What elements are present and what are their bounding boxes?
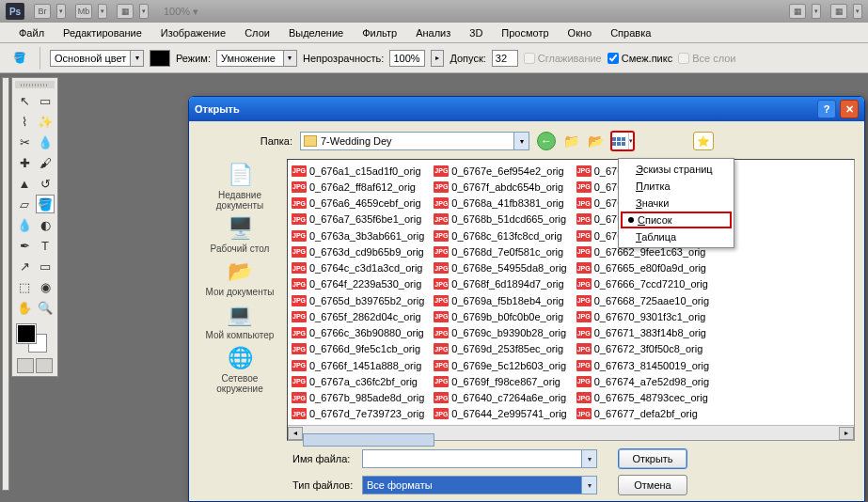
panel-strip[interactable] xyxy=(2,77,9,491)
file-item[interactable]: JPG0_67673_81450019_orig xyxy=(576,357,709,373)
camera-tool[interactable]: ◉ xyxy=(36,277,55,296)
crop-tool[interactable]: ✂ xyxy=(15,133,34,151)
file-item[interactable]: JPG0_6769f_f98ce867_orig xyxy=(434,373,566,389)
brush-tool[interactable]: 🖌 xyxy=(36,153,55,172)
open-button[interactable]: Открыть xyxy=(618,448,687,469)
file-item[interactable]: JPG0_6766c_36b90880_orig xyxy=(292,325,424,341)
menu-layers[interactable]: Слои xyxy=(235,24,279,41)
file-item[interactable]: JPG0_67665_e80f0a9d_orig xyxy=(576,260,709,276)
file-item[interactable]: JPG0_67671_383f14b8_orig xyxy=(576,325,709,341)
file-item[interactable]: JPG0_67672_3f0f50c8_orig xyxy=(576,341,709,357)
file-item[interactable]: JPG0_6765f_2862d04c_orig xyxy=(292,308,424,324)
bridge-dd[interactable]: ▾ xyxy=(56,4,66,19)
wand-tool[interactable]: ✨ xyxy=(36,112,55,131)
scroll-thumb[interactable] xyxy=(303,433,434,447)
menu-3d[interactable]: 3D xyxy=(460,24,492,41)
opacity-input[interactable]: 100% xyxy=(389,50,425,67)
stamp-tool[interactable]: ▲ xyxy=(15,174,34,193)
file-item[interactable]: JPG0_6767b_985ade8d_orig xyxy=(292,390,424,406)
toolbox-grip[interactable] xyxy=(15,81,55,88)
menu-select[interactable]: Выделение xyxy=(279,24,353,41)
dialog-help-button[interactable]: ? xyxy=(817,100,836,118)
place-mycomputer[interactable]: 💻Мой компьютер xyxy=(206,301,275,340)
foreground-swatch[interactable] xyxy=(17,324,36,343)
path-tool[interactable]: ↗ xyxy=(15,257,34,275)
file-item[interactable]: JPG0_6767d_7e739723_orig xyxy=(292,406,424,422)
file-item[interactable]: JPG0_67640_c7264a6e_orig xyxy=(434,390,566,406)
menu-help[interactable]: Справка xyxy=(601,24,660,41)
view-icons[interactable]: Значки xyxy=(619,195,734,212)
file-item[interactable]: JPG0_6769b_b0fc0b0e_orig xyxy=(434,308,566,324)
view-details[interactable]: Таблица xyxy=(619,228,734,245)
marquee-tool[interactable]: ▭ xyxy=(36,91,55,110)
nav-favorite-button[interactable]: ⭐ xyxy=(693,132,714,150)
opacity-flyout[interactable]: ▸ xyxy=(431,50,444,67)
place-mydocs[interactable]: 📂Мои документы xyxy=(206,258,275,297)
file-item[interactable]: JPG0_6768c_613fc8cd_orig xyxy=(434,227,566,243)
folder-select[interactable]: 7-Wedding Dey ▾ xyxy=(300,132,529,150)
file-item[interactable]: JPG0_676a1_c15ad1f0_orig xyxy=(292,163,424,179)
menu-view[interactable]: Просмотр xyxy=(492,24,558,41)
file-item[interactable]: JPG0_6769a_f5b18eb4_orig xyxy=(434,292,566,308)
heal-tool[interactable]: ✚ xyxy=(15,153,34,172)
file-item[interactable]: JPG0_6767a_c36fc2bf_orig xyxy=(292,373,424,389)
place-network[interactable]: 🌐Сетевое окружение xyxy=(198,344,281,394)
file-item[interactable]: JPG0_6764f_2239a530_orig xyxy=(292,276,424,292)
file-item[interactable]: JPG0_6769d_253f85ec_orig xyxy=(434,341,566,357)
antialias-checkbox[interactable]: Сглаживание xyxy=(524,53,602,64)
file-item[interactable]: JPG0_67668_725aae10_orig xyxy=(576,292,709,308)
workspace-button[interactable]: ▦ xyxy=(830,4,847,19)
menu-analysis[interactable]: Анализ xyxy=(406,24,460,41)
file-item[interactable]: JPG0_6763d_cd9b65b9_orig xyxy=(292,243,424,259)
all-layers-checkbox[interactable]: Все слои xyxy=(678,53,735,64)
hand-tool[interactable]: ✋ xyxy=(15,298,34,317)
menu-file[interactable]: Файл xyxy=(9,24,54,41)
file-item[interactable]: JPG0_6767e_6ef954e2_orig xyxy=(434,163,566,179)
file-item[interactable]: JPG0_67675_48793cec_orig xyxy=(576,390,709,406)
bridge-button[interactable]: Br xyxy=(34,4,51,19)
view-list[interactable]: Список xyxy=(621,212,732,228)
zoom-level[interactable]: 100% ▾ xyxy=(164,6,198,18)
file-item[interactable]: JPG0_6768d_7e0f581c_orig xyxy=(434,243,566,259)
file-list[interactable]: JPG0_676a1_c15ad1f0_origJPG0_676a2_ff8af… xyxy=(288,160,854,425)
history-brush-tool[interactable]: ↺ xyxy=(36,174,55,193)
zoom-tool[interactable]: 🔍 xyxy=(36,298,55,317)
place-recent[interactable]: 📄Недавние документы xyxy=(198,161,281,211)
shape-tool[interactable]: ▭ xyxy=(36,257,55,275)
nav-up-button[interactable]: 📁 xyxy=(561,132,580,150)
menu-edit[interactable]: Редактирование xyxy=(54,24,151,41)
eyedropper-tool[interactable]: 💧 xyxy=(36,133,55,151)
blur-tool[interactable]: 💧 xyxy=(15,215,34,234)
lasso-tool[interactable]: ⌇ xyxy=(15,112,34,131)
file-item[interactable]: JPG0_6764c_c3d1a3cd_orig xyxy=(292,260,424,276)
file-item[interactable]: JPG0_6765d_b39765b2_orig xyxy=(292,292,424,308)
file-item[interactable]: JPG0_676a2_ff8af612_orig xyxy=(292,179,424,195)
file-item[interactable]: JPG0_6768f_6d1894d7_orig xyxy=(434,276,566,292)
hscrollbar[interactable]: ◂ ▸ xyxy=(288,425,854,440)
file-item[interactable]: JPG0_6767f_abdc654b_orig xyxy=(434,179,566,195)
screen-mode-button[interactable]: ▦ xyxy=(789,4,806,19)
file-item[interactable]: JPG0_67670_9301f3c1_orig xyxy=(576,308,709,324)
fill-source-select[interactable]: Основной цвет▾ xyxy=(50,50,144,67)
color-swatches[interactable] xyxy=(15,322,55,354)
menu-window[interactable]: Окно xyxy=(559,24,602,41)
file-item[interactable]: JPG0_676a6_4659cebf_orig xyxy=(292,196,424,212)
place-desktop[interactable]: 🖥️Рабочий стол xyxy=(211,214,270,254)
minibridge-button[interactable]: Mb xyxy=(75,4,92,19)
file-item[interactable]: JPG0_6768b_51dcd665_orig xyxy=(434,212,566,227)
pen-tool[interactable]: ✒ xyxy=(15,236,34,255)
arrange-button[interactable]: ▦ xyxy=(117,4,134,19)
file-item[interactable]: JPG0_6766d_9fe5c1cb_orig xyxy=(292,341,424,357)
view-tiles[interactable]: Плитка xyxy=(619,178,734,195)
type-tool[interactable]: T xyxy=(36,236,55,255)
menu-filter[interactable]: Фильтр xyxy=(353,24,406,41)
fill-color-swatch[interactable] xyxy=(150,50,170,67)
file-item[interactable]: JPG0_67674_a7e52d98_orig xyxy=(576,373,709,389)
quickmask-qm[interactable] xyxy=(36,358,53,373)
bucket-tool[interactable]: 🪣 xyxy=(36,195,55,213)
mb-dd[interactable]: ▾ xyxy=(98,4,107,19)
contiguous-checkbox[interactable]: Смеж.пикс xyxy=(608,53,672,64)
move-tool[interactable]: ↖ xyxy=(15,91,34,110)
file-item[interactable]: JPG0_67666_7ccd7210_orig xyxy=(576,276,709,292)
filename-input[interactable]: ▾ xyxy=(362,449,597,468)
